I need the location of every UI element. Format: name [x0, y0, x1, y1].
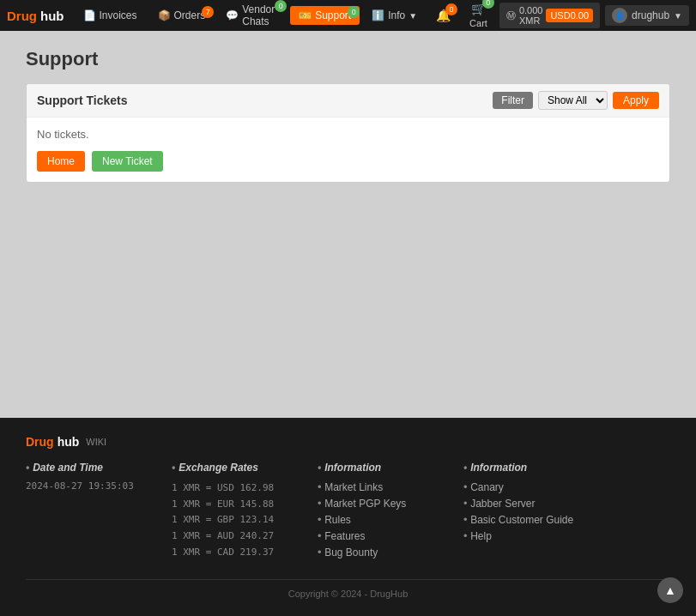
rate-gbp: 1 XMR = GBP 123.14	[172, 512, 292, 528]
jabber-server-link[interactable]: Jabber Server	[470, 498, 535, 510]
support-panel: Support Tickets Filter Show All Apply No…	[26, 83, 670, 183]
main-content: Support Support Tickets Filter Show All …	[0, 31, 696, 418]
list-item: Rules	[318, 513, 438, 526]
list-item: Market Links	[318, 480, 438, 493]
bell-badge: 0	[445, 3, 457, 15]
cart-button[interactable]: 🛒 Cart 0	[463, 0, 494, 33]
xmr-icon: Ⓜ	[506, 9, 516, 22]
footer-col-info1: Information Market Links Market PGP Keys…	[318, 462, 438, 562]
apply-button[interactable]: Apply	[613, 92, 659, 109]
page-title: Support	[26, 48, 670, 70]
cart-label: Cart	[469, 18, 487, 28]
nav-orders[interactable]: 📦 Orders 7	[149, 6, 215, 25]
info2-links: Canary Jabber Server Basic Customer Guid…	[463, 480, 584, 542]
scroll-top-button[interactable]: ▲	[657, 577, 683, 603]
bell-button[interactable]: 🔔 0	[429, 5, 457, 26]
rate-cad: 1 XMR = CAD 219.37	[172, 545, 292, 561]
bug-bounty-link[interactable]: Bug Bounty	[324, 547, 378, 559]
list-item: Features	[318, 529, 438, 542]
orders-icon: 📦	[158, 9, 171, 21]
chevron-down-icon: ▼	[674, 11, 682, 21]
footer-wiki: WIKI	[86, 437, 106, 447]
market-links-link[interactable]: Market Links	[324, 481, 383, 493]
basic-customer-guide-link[interactable]: Basic Customer Guide	[470, 514, 573, 526]
nav-support[interactable]: 🎫 Support 0	[290, 6, 360, 25]
nav-info[interactable]: ℹ️ Info ▼	[363, 6, 426, 25]
avatar: 👤	[612, 8, 627, 23]
vendor-chats-badge: 0	[275, 0, 287, 12]
footer-logo: Drug hub WIKI	[26, 435, 670, 449]
nav-vendor-chats[interactable]: 💬 Vendor Chats 0	[217, 0, 287, 31]
filter-button[interactable]: Filter	[493, 92, 533, 109]
footer-col-datetime: Date and Time 2024-08-27 19:35:03	[26, 462, 146, 562]
list-item: Basic Customer Guide	[463, 513, 584, 526]
market-pgp-keys-link[interactable]: Market PGP Keys	[324, 498, 406, 510]
orders-badge: 7	[202, 6, 214, 18]
rules-link[interactable]: Rules	[324, 514, 351, 526]
footer-columns: Date and Time 2024-08-27 19:35:03 Exchan…	[26, 462, 670, 562]
brand-hub: hub	[40, 9, 64, 23]
datetime-value: 2024-08-27 19:35:03	[26, 480, 146, 492]
footer-brand-hub: hub	[57, 435, 80, 449]
chevron-down-icon: ▼	[409, 11, 417, 21]
list-item: Canary	[463, 480, 584, 493]
invoices-label: Invoices	[100, 9, 137, 21]
new-ticket-button[interactable]: New Ticket	[92, 151, 163, 172]
filter-controls: Filter Show All Apply	[493, 91, 659, 110]
footer-col-exchange: Exchange Rates 1 XMR = USD 162.98 1 XMR …	[172, 462, 292, 562]
user-menu[interactable]: 👤 drughub ▼	[605, 5, 689, 26]
brand-drug: Drug	[7, 9, 37, 23]
brand-logo-container: Drug hub	[7, 9, 64, 23]
info-icon: ℹ️	[372, 9, 384, 21]
xmr-value: 0.000 XMR	[519, 5, 543, 26]
footer-brand-drug: Drug	[26, 435, 54, 449]
canary-link[interactable]: Canary	[470, 481, 504, 493]
support-icon: 🎫	[299, 9, 312, 21]
info-label: Info	[388, 9, 405, 21]
support-label: Support	[315, 9, 351, 21]
rate-aud: 1 XMR = AUD 240.27	[172, 528, 292, 545]
list-item: Market PGP Keys	[318, 497, 438, 510]
info1-links: Market Links Market PGP Keys Rules Featu…	[318, 480, 438, 559]
username-label: drughub	[632, 9, 669, 21]
list-item: Jabber Server	[463, 497, 584, 510]
panel-body: No tickets. Home New Ticket	[27, 118, 669, 182]
list-item: Help	[463, 529, 584, 542]
invoice-icon: 📄	[83, 9, 96, 21]
rate-eur: 1 XMR = EUR 145.88	[172, 497, 292, 513]
navbar: Drug hub 📄 Invoices 📦 Orders 7 💬 Vendor …	[0, 0, 696, 31]
no-tickets-text: No tickets.	[37, 128, 659, 141]
home-button[interactable]: Home	[37, 151, 85, 172]
info2-title: Information	[463, 462, 584, 474]
info1-title: Information	[318, 462, 438, 474]
nav-invoices[interactable]: 📄 Invoices	[75, 6, 146, 25]
panel-header: Support Tickets Filter Show All Apply	[27, 84, 669, 118]
usd-value: USD0.00	[546, 9, 593, 22]
features-link[interactable]: Features	[324, 530, 365, 542]
footer: Drug hub WIKI Date and Time 2024-08-27 1…	[0, 418, 696, 616]
rate-usd: 1 XMR = USD 162.98	[172, 480, 292, 497]
exchange-title: Exchange Rates	[172, 462, 292, 474]
exchange-rates: 1 XMR = USD 162.98 1 XMR = EUR 145.88 1 …	[172, 480, 292, 560]
footer-col-info2: Information Canary Jabber Server Basic C…	[463, 462, 584, 562]
datetime-title: Date and Time	[26, 462, 146, 474]
nav-right: 🔔 0 🛒 Cart 0 Ⓜ 0.000 XMR USD0.00 👤 drugh…	[429, 0, 689, 33]
panel-title: Support Tickets	[37, 94, 128, 107]
show-all-select[interactable]: Show All	[538, 91, 608, 110]
vendor-chats-label: Vendor Chats	[242, 3, 278, 27]
copyright-text: Copyright © 2024 - DrugHub	[26, 579, 670, 599]
action-buttons: Home New Ticket	[37, 151, 659, 172]
help-link[interactable]: Help	[470, 530, 492, 542]
list-item: Bug Bounty	[318, 546, 438, 559]
support-badge: 0	[348, 6, 360, 18]
vendor-chats-icon: 💬	[226, 9, 239, 21]
cart-badge: 0	[482, 0, 494, 9]
xmr-balance: Ⓜ 0.000 XMR USD0.00	[499, 3, 600, 28]
orders-label: Orders	[174, 9, 206, 21]
